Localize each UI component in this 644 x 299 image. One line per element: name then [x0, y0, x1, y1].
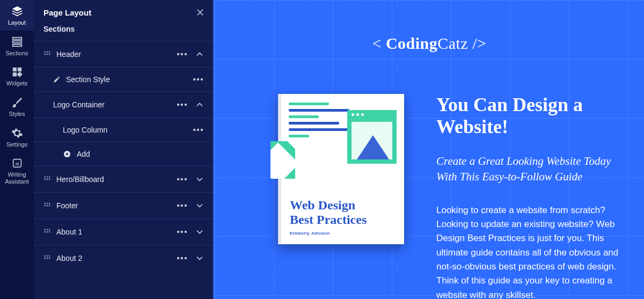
more-icon[interactable]: ••• — [176, 50, 189, 59]
svg-point-37 — [44, 258, 46, 259]
rail-label: Layout — [0, 19, 34, 26]
book-author: Kimberly Johnson — [290, 231, 330, 236]
svg-point-28 — [44, 229, 46, 230]
drag-handle-icon[interactable] — [43, 228, 51, 236]
rail-label: Styles — [0, 111, 34, 118]
more-icon[interactable]: ••• — [192, 126, 205, 134]
svg-point-22 — [44, 202, 46, 204]
svg-point-33 — [49, 231, 50, 233]
svg-point-38 — [47, 258, 48, 259]
section-label: About 2 — [56, 254, 171, 262]
panel-title: Page Layout — [43, 8, 91, 17]
more-icon[interactable]: ••• — [176, 254, 189, 262]
section-row-header[interactable]: Header ••• — [34, 41, 215, 68]
svg-point-14 — [49, 54, 50, 55]
svg-point-20 — [47, 179, 48, 180]
rail-item-writing-assistant[interactable]: ai Writing Assistant — [0, 152, 34, 189]
hero-headline: You Can Design a Website! — [436, 94, 623, 138]
svg-point-19 — [44, 179, 46, 180]
book-title-line1: Web Design — [290, 198, 355, 212]
rail-item-widgets[interactable]: Widgets — [0, 61, 34, 91]
rail-label-line2: Assistant — [0, 178, 34, 185]
brush-icon — [11, 97, 23, 108]
row-label: Section Style — [66, 75, 187, 84]
svg-point-30 — [49, 229, 50, 230]
drag-handle-icon[interactable] — [43, 176, 51, 183]
section-row-footer[interactable]: Footer ••• — [34, 193, 215, 219]
book-code-lines — [289, 103, 356, 141]
panel-header: Page Layout — [34, 0, 215, 23]
brand-rest: Catz /> — [437, 34, 486, 52]
brand-bold: Coding — [386, 34, 437, 52]
drag-handle-icon[interactable] — [43, 50, 51, 58]
book-title-line2: Best Practices — [290, 213, 367, 227]
plus-circle-icon — [63, 150, 71, 158]
rail-item-layout[interactable]: Layout — [0, 0, 34, 31]
chevron-up-icon[interactable] — [194, 49, 205, 60]
book-image-placeholder — [347, 110, 397, 164]
row-label: Add — [77, 150, 205, 158]
layers-icon — [11, 5, 23, 17]
svg-point-23 — [47, 202, 48, 204]
svg-point-29 — [47, 229, 48, 230]
rail-label: Settings — [0, 141, 34, 148]
chevron-down-icon[interactable] — [194, 253, 205, 264]
row-logo-container[interactable]: Logo Container ••• — [34, 92, 215, 118]
chevron-up-icon[interactable] — [194, 99, 205, 110]
drag-handle-icon[interactable] — [43, 254, 51, 262]
app-rail: Layout Sections Widgets Styles Settings … — [0, 0, 34, 299]
widgets-icon — [11, 66, 23, 78]
svg-point-13 — [47, 54, 48, 55]
hero-content: Web Design Best Practices Kimberly Johns… — [278, 94, 623, 299]
sections-icon — [11, 36, 23, 48]
pencil-icon — [53, 76, 61, 83]
drag-handle-icon[interactable] — [43, 202, 51, 209]
ai-icon: ai — [11, 157, 23, 169]
more-icon[interactable]: ••• — [176, 100, 189, 109]
book-diamond-shape — [270, 141, 295, 179]
svg-rect-2 — [12, 44, 21, 46]
section-row-hero[interactable]: Hero/Billboard ••• — [34, 166, 215, 193]
svg-point-12 — [44, 54, 46, 55]
svg-point-18 — [49, 176, 50, 178]
more-icon[interactable]: ••• — [192, 75, 205, 84]
svg-point-9 — [44, 51, 46, 53]
rail-item-sections[interactable]: Sections — [0, 31, 34, 61]
chevron-down-icon[interactable] — [194, 174, 205, 185]
rail-item-styles[interactable]: Styles — [0, 91, 34, 122]
svg-point-16 — [44, 176, 46, 178]
rail-label: Widgets — [0, 80, 34, 87]
more-icon[interactable]: ••• — [176, 175, 189, 184]
rail-label: Sections — [0, 50, 34, 57]
preview-canvas: < CodingCatz /> Web Design Best Practice… — [215, 0, 644, 299]
more-icon[interactable]: ••• — [176, 228, 189, 236]
svg-point-27 — [49, 205, 50, 207]
brand-logo: < CodingCatz /> — [215, 34, 644, 53]
svg-point-32 — [47, 231, 48, 233]
hero-copy: You Can Design a Website! Create a Great… — [436, 94, 623, 299]
chevron-down-icon[interactable] — [194, 200, 205, 211]
svg-rect-4 — [17, 68, 21, 71]
row-add[interactable]: Add — [34, 142, 215, 166]
section-label: About 1 — [56, 228, 171, 236]
rail-item-settings[interactable]: Settings — [0, 122, 34, 152]
section-row-about1[interactable]: About 1 ••• — [34, 219, 215, 245]
svg-rect-6 — [17, 72, 22, 77]
svg-point-34 — [44, 255, 46, 257]
svg-point-35 — [47, 255, 48, 257]
panel-subtitle: Sections — [34, 23, 215, 41]
row-logo-column[interactable]: Logo Column ••• — [34, 118, 215, 142]
svg-point-24 — [49, 202, 50, 204]
svg-point-26 — [47, 205, 48, 207]
close-icon[interactable] — [195, 8, 205, 17]
section-label: Footer — [56, 201, 171, 210]
brand-prefix: < — [372, 34, 385, 52]
svg-point-10 — [47, 51, 48, 53]
section-row-about2[interactable]: About 2 ••• — [34, 245, 215, 271]
row-label: Logo Column — [63, 126, 187, 134]
row-section-style[interactable]: Section Style ••• — [34, 68, 215, 92]
chevron-down-icon[interactable] — [194, 227, 205, 237]
row-label: Logo Container — [53, 100, 171, 109]
more-icon[interactable]: ••• — [176, 201, 189, 210]
hero-subhead: Create a Great Looking Website Today Wit… — [436, 154, 623, 185]
